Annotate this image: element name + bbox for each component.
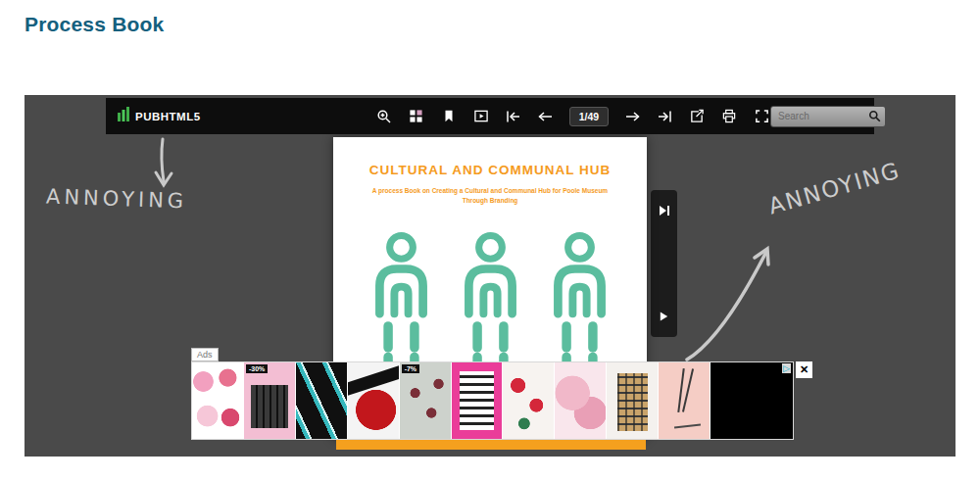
- ads-label: Ads: [191, 348, 219, 361]
- discount-badge: -30%: [246, 364, 268, 373]
- fullscreen-icon[interactable]: [753, 108, 770, 125]
- page-turn-strip: [651, 190, 677, 337]
- prev-page-icon[interactable]: [537, 108, 555, 125]
- hoodie-banner: [348, 365, 400, 397]
- palette-grid: [251, 385, 287, 428]
- annotation-left: ANNOYING: [46, 184, 188, 213]
- next-page-icon[interactable]: [623, 108, 641, 125]
- person-figure-icon: [363, 230, 440, 377]
- people-figures: [333, 230, 647, 377]
- adchoices-icon[interactable]: ▷: [782, 363, 791, 373]
- bookmark-icon[interactable]: [440, 108, 458, 125]
- person-figure-icon: [541, 230, 618, 377]
- ad-close-button[interactable]: ✕: [796, 361, 812, 378]
- search-input[interactable]: [778, 111, 867, 121]
- book-title: CULTURAL AND COMMUNAL HUB: [333, 163, 647, 177]
- ad-tile-fashion-collage[interactable]: [192, 362, 244, 439]
- annotation-right: ANNOYING: [765, 157, 904, 218]
- ad-tile-floral-dress[interactable]: -7%: [400, 362, 452, 439]
- eyelash-rows: [460, 371, 494, 429]
- goto-last-page-icon[interactable]: [651, 198, 677, 223]
- search-icon[interactable]: [867, 110, 881, 123]
- search-box: [770, 106, 886, 127]
- book-bottom-band: [336, 439, 646, 450]
- ad-tile-plaid-skirt[interactable]: [607, 362, 659, 439]
- pen-stroke: [682, 369, 694, 413]
- discount-badge: -7%: [402, 364, 419, 373]
- flipbook-viewer: PUBHTML5 1/49: [24, 95, 956, 457]
- ad-tile-blank[interactable]: [710, 362, 793, 439]
- thumbnails-icon[interactable]: [408, 108, 425, 125]
- share-icon[interactable]: [688, 108, 706, 125]
- print-icon[interactable]: [720, 108, 738, 125]
- pubhtml5-logo[interactable]: PUBHTML5: [118, 107, 201, 125]
- book-subtitle: A process Book on Creating a Cultural an…: [367, 186, 613, 207]
- ad-tile-pink-fluffy[interactable]: [555, 362, 607, 439]
- ad-tile-paint-brushes[interactable]: [296, 362, 348, 439]
- ad-tile-makeup-palette[interactable]: -30%: [244, 362, 296, 439]
- viewer-toolbar: PUBHTML5 1/49: [106, 98, 874, 134]
- plaid-pattern: [617, 373, 648, 431]
- ad-tile-red-floral-dress[interactable]: [503, 362, 555, 439]
- ad-tile-eyelashes[interactable]: [452, 362, 504, 439]
- pubhtml5-logo-icon: [118, 107, 130, 125]
- handwriting-squiggle: [674, 423, 701, 428]
- next-page-arrow-icon[interactable]: [651, 304, 677, 329]
- zoom-in-icon[interactable]: [375, 108, 393, 125]
- ad-tile-red-hoodie[interactable]: [348, 362, 400, 439]
- toolbar-buttons: 1/49: [375, 107, 770, 126]
- first-page-icon[interactable]: [505, 108, 522, 125]
- ad-banner: ▷ -30% -7%: [191, 361, 794, 440]
- autoplay-icon[interactable]: [472, 108, 490, 125]
- person-figure-icon: [452, 230, 529, 377]
- last-page-icon[interactable]: [656, 108, 673, 125]
- brand-name: PUBHTML5: [135, 111, 201, 122]
- page-title: Process Book: [24, 13, 164, 36]
- page-indicator[interactable]: 1/49: [569, 107, 609, 126]
- ad-tile-pens[interactable]: [659, 362, 710, 439]
